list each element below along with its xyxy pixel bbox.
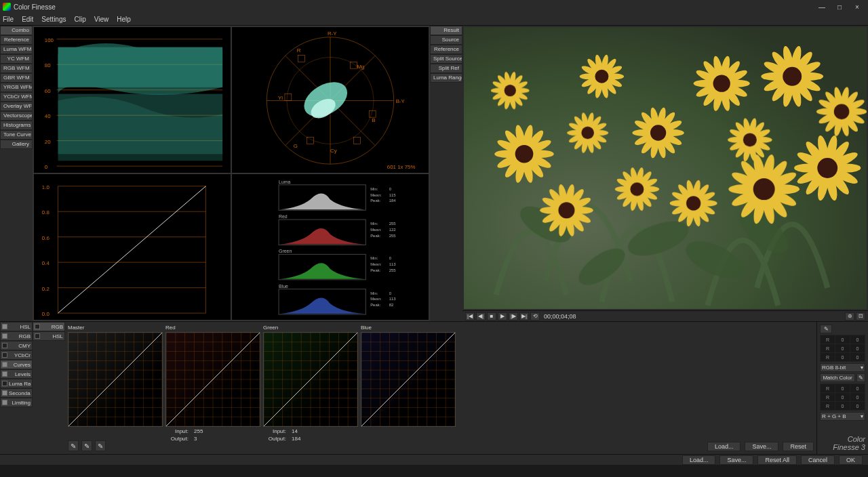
zoom-tool-icon[interactable]: ⊕ (845, 312, 854, 320)
correction-tab-ycbcr[interactable]: YCbCr (0, 350, 33, 360)
correction-tab-secondary[interactable]: Secondary (0, 388, 33, 398)
scope-tabs: Combo Reference Luma WFM YC WFM RGB WFM … (0, 26, 33, 321)
checkbox-icon[interactable] (2, 400, 7, 405)
close-button[interactable]: × (849, 1, 865, 12)
vectorscope[interactable]: R R-Y Mg B B-Y Cy G Yl 601 1x 75% (231, 26, 429, 173)
minimize-button[interactable]: — (814, 1, 830, 12)
curve-editor-red[interactable]: Red Input:255Output:3 (165, 325, 260, 451)
menu-file[interactable]: File (3, 16, 14, 23)
goto-start-button[interactable]: |◀ (465, 312, 475, 320)
curves-save-button[interactable]: Save... (745, 442, 778, 451)
correction-tab-rgb[interactable]: RGB (0, 331, 33, 341)
svg-text:80: 80 (45, 62, 51, 68)
svg-text:B-Y: B-Y (396, 98, 406, 104)
play-button[interactable]: ▶ (498, 312, 507, 320)
ptab-luma-ranges[interactable]: Luma Ranges (430, 73, 462, 83)
tab-reference[interactable]: Reference (0, 35, 33, 45)
menu-settings[interactable]: Settings (41, 16, 66, 23)
reset-all-button[interactable]: Reset All (757, 455, 797, 465)
curve-editor-master[interactable]: Master (68, 325, 163, 451)
ptab-result[interactable]: Result (430, 26, 462, 35)
step-back-button[interactable]: ◀| (476, 312, 486, 320)
tone-curve-scope[interactable]: 1.0 0.8 0.6 0.4 0.2 0.0 (33, 173, 231, 320)
app-icon (3, 3, 11, 11)
checkbox-icon[interactable] (2, 371, 7, 377)
stop-button[interactable]: ■ (487, 312, 496, 320)
checkbox-icon[interactable] (2, 362, 7, 367)
tab-tone-curve[interactable]: Tone Curve (0, 130, 33, 140)
svg-text:Yl: Yl (278, 95, 283, 101)
ptab-source[interactable]: Source (430, 35, 462, 45)
correction-tab-levels[interactable]: Levels (0, 369, 33, 379)
checkbox-icon[interactable] (2, 390, 7, 396)
preview-panel: |◀ ◀| ■ ▶ |▶ ▶| ⟲ 00;00;04;08 ⊕ ⊡ (462, 26, 868, 321)
tab-label: Limiting (9, 400, 31, 406)
timecode: 00;00;04;08 (544, 313, 576, 320)
curves-load-button[interactable]: Load... (707, 442, 741, 451)
correction-tab-limiting[interactable]: Limiting (0, 398, 33, 407)
tab-rgb-wfm[interactable]: RGB WFM (0, 64, 33, 73)
curves-reset-button[interactable]: Reset (783, 442, 814, 451)
menu-clip[interactable]: Clip (75, 16, 86, 23)
save-button[interactable]: Save... (719, 455, 753, 465)
menu-view[interactable]: View (94, 16, 109, 23)
correction-tab-hsl[interactable]: HSL (0, 322, 33, 331)
curve-editor-green[interactable]: Green Input:14Output:184 (263, 325, 358, 451)
tab-gbr-wfm[interactable]: GBR WFM (0, 73, 33, 83)
tab-vectorscope[interactable]: Vectorscope (0, 111, 33, 121)
checkbox-icon[interactable] (2, 333, 7, 339)
sample-grid-top: R00 R00 R00 (820, 335, 865, 362)
combine-dropdown[interactable]: R + G + B▾ (820, 412, 865, 421)
load-button[interactable]: Load... (682, 455, 716, 465)
maximize-button[interactable]: □ (831, 1, 848, 12)
cancel-button[interactable]: Cancel (801, 455, 835, 465)
tab-ycbcr-wfm[interactable]: YCbCr WFM (0, 92, 33, 102)
step-fwd-button[interactable]: |▶ (509, 312, 518, 320)
ptab-split-source[interactable]: Split Source (430, 54, 462, 64)
curve-subtab-hsl[interactable]: HSL (33, 331, 65, 341)
ptab-split-ref[interactable]: Split Ref (430, 64, 462, 73)
checkbox-icon[interactable] (2, 324, 7, 329)
svg-rect-24 (307, 138, 313, 144)
svg-text:Peak:: Peak: (370, 268, 380, 272)
menu-help[interactable]: Help (117, 16, 131, 23)
correction-tab-luma-range[interactable]: Luma Range (0, 379, 33, 388)
tab-overlay-wfm[interactable]: Overlay WFM (0, 102, 33, 111)
tab-combo[interactable]: Combo (0, 26, 33, 35)
waveform-scope[interactable]: 100 80 60 40 20 0 (33, 26, 231, 173)
tab-gallery[interactable]: Gallery (0, 140, 33, 149)
checkbox-icon[interactable] (2, 343, 7, 348)
mode-dropdown[interactable]: RGB 8-bit▾ (820, 363, 865, 372)
svg-point-298 (581, 127, 594, 140)
preview-image[interactable] (464, 27, 867, 309)
loop-button[interactable]: ⟲ (530, 312, 540, 320)
correction-tab-cmy[interactable]: CMY (0, 341, 33, 350)
smooth-icon[interactable]: ✎ (81, 440, 92, 451)
tab-histograms[interactable]: Histograms (0, 121, 33, 130)
svg-text:Luma: Luma (279, 180, 290, 184)
match-eyedropper-icon[interactable]: ✎ (856, 373, 865, 382)
eyedropper-icon[interactable]: ✎ (820, 325, 832, 333)
match-color-button[interactable]: Match Color (820, 373, 855, 382)
ptab-reference[interactable]: Reference (430, 45, 462, 54)
curve-editor-blue[interactable]: Blue (361, 325, 456, 451)
histograms-scope[interactable]: LumaMin:0Mean:115Peak:184RedMin:255Mean:… (231, 173, 429, 320)
curve-subtab-rgb[interactable]: RGB (33, 322, 65, 331)
pencil-icon[interactable]: ✎ (68, 440, 79, 451)
svg-text:0.8: 0.8 (42, 209, 50, 215)
line-icon[interactable]: ✎ (95, 440, 106, 451)
svg-rect-25 (285, 94, 292, 101)
checkbox-icon[interactable] (35, 333, 40, 339)
correction-tab-curves[interactable]: Curves (0, 360, 33, 369)
tab-luma-wfm[interactable]: Luma WFM (0, 45, 33, 54)
curve-title: Master (68, 325, 163, 331)
fit-tool-icon[interactable]: ⊡ (856, 312, 865, 320)
checkbox-icon[interactable] (2, 381, 7, 386)
tab-yc-wfm[interactable]: YC WFM (0, 54, 33, 64)
goto-end-button[interactable]: ▶| (519, 312, 529, 320)
tab-yrgb-wfm[interactable]: YRGB WFM (0, 83, 33, 92)
menu-edit[interactable]: Edit (22, 16, 33, 23)
ok-button[interactable]: OK (839, 455, 863, 465)
checkbox-icon[interactable] (2, 352, 7, 358)
checkbox-icon[interactable] (35, 324, 40, 329)
